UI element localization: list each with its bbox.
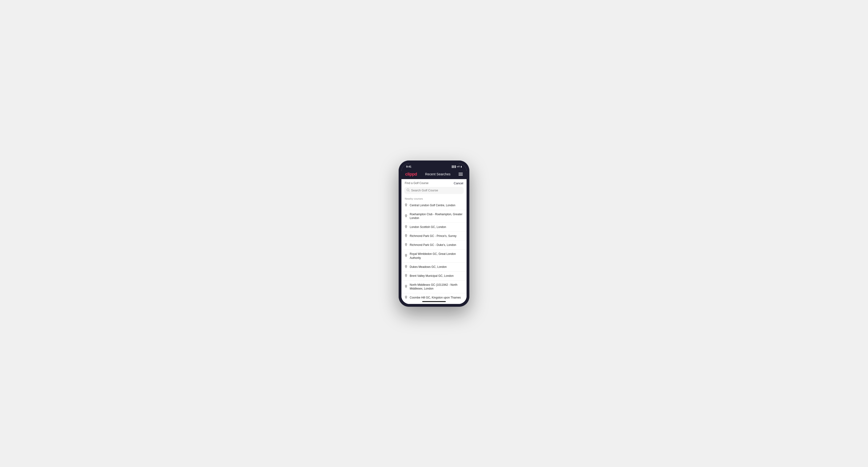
course-name: North Middlesex GC (1011942 - North Midd… bbox=[410, 283, 463, 291]
pin-icon bbox=[405, 214, 407, 218]
home-indicator bbox=[401, 300, 467, 304]
pin-icon bbox=[405, 234, 407, 238]
course-list-item[interactable]: Coombe Hill GC, Kingston upon Thames bbox=[401, 293, 467, 300]
svg-line-1 bbox=[409, 191, 409, 191]
find-header: Find a Golf Course Cancel bbox=[401, 179, 467, 187]
pin-icon bbox=[405, 225, 407, 229]
nav-bar: clippd Recent Searches bbox=[401, 170, 467, 179]
course-name: Coombe Hill GC, Kingston upon Thames bbox=[410, 296, 461, 300]
nearby-label: Nearby courses bbox=[401, 196, 467, 201]
menu-line-2 bbox=[459, 174, 463, 175]
course-list-item[interactable]: Richmond Park GC - Prince's, Surrey bbox=[401, 232, 467, 241]
course-name: Richmond Park GC - Duke's, London bbox=[410, 243, 456, 247]
course-name: London Scottish GC, London bbox=[410, 225, 446, 229]
course-list: Central London Golf Centre, London Roeha… bbox=[401, 201, 467, 300]
phone-screen: 9:41 ▐▐▐ wifi ▮ clippd Recent Searches F… bbox=[401, 163, 467, 304]
course-name: Roehampton Club - Roehampton, Greater Lo… bbox=[410, 212, 463, 220]
search-input-wrap[interactable] bbox=[404, 187, 464, 194]
app-logo: clippd bbox=[405, 172, 417, 177]
pin-icon bbox=[405, 265, 407, 269]
search-box bbox=[401, 187, 467, 196]
search-input[interactable] bbox=[411, 189, 461, 192]
pin-icon bbox=[405, 243, 407, 247]
signal-icon: ▐▐▐ bbox=[451, 165, 456, 168]
course-list-item[interactable]: London Scottish GC, London bbox=[401, 223, 467, 232]
home-bar bbox=[422, 301, 446, 302]
find-label: Find a Golf Course bbox=[405, 182, 429, 185]
course-list-item[interactable]: Roehampton Club - Roehampton, Greater Lo… bbox=[401, 210, 467, 223]
pin-icon bbox=[405, 285, 407, 289]
course-list-item[interactable]: Brent Valley Municipal GC, London bbox=[401, 272, 467, 281]
cancel-button[interactable]: Cancel bbox=[454, 182, 463, 185]
search-icon bbox=[407, 189, 410, 192]
course-list-item[interactable]: Royal Wimbledon GC, Great London Authori… bbox=[401, 250, 467, 262]
pin-icon bbox=[405, 274, 407, 278]
course-name: Dukes Meadows GC, London bbox=[410, 265, 447, 269]
course-list-item[interactable]: North Middlesex GC (1011942 - North Midd… bbox=[401, 281, 467, 293]
course-list-item[interactable]: Central London Golf Centre, London bbox=[401, 201, 467, 210]
nearby-section: Nearby courses Central London Golf Centr… bbox=[401, 196, 467, 300]
course-list-item[interactable]: Dukes Meadows GC, London bbox=[401, 262, 467, 272]
battery-icon: ▮ bbox=[461, 165, 462, 168]
pin-icon bbox=[405, 296, 407, 300]
course-name: Royal Wimbledon GC, Great London Authori… bbox=[410, 252, 463, 260]
course-name: Central London Golf Centre, London bbox=[410, 204, 455, 208]
menu-line-1 bbox=[459, 173, 463, 173]
status-bar: 9:41 ▐▐▐ wifi ▮ bbox=[401, 163, 467, 170]
menu-line-3 bbox=[459, 175, 463, 176]
course-name: Richmond Park GC - Prince's, Surrey bbox=[410, 234, 457, 238]
menu-button[interactable] bbox=[459, 173, 463, 176]
status-time: 9:41 bbox=[406, 165, 411, 168]
pin-icon bbox=[405, 204, 407, 208]
pin-icon bbox=[405, 254, 407, 258]
course-list-item[interactable]: Richmond Park GC - Duke's, London bbox=[401, 241, 467, 250]
course-name: Brent Valley Municipal GC, London bbox=[410, 274, 454, 278]
wifi-icon: wifi bbox=[457, 165, 460, 168]
phone-frame: 9:41 ▐▐▐ wifi ▮ clippd Recent Searches F… bbox=[399, 160, 469, 307]
content-area: Find a Golf Course Cancel Nearby bbox=[401, 179, 467, 300]
nav-title: Recent Searches bbox=[425, 172, 450, 176]
status-icons: ▐▐▐ wifi ▮ bbox=[451, 165, 462, 168]
